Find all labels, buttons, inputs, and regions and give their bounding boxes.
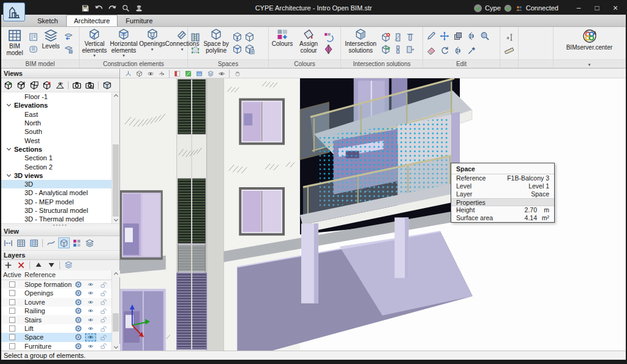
maximize-button[interactable]: □ (588, 1, 606, 15)
mirror-move-button[interactable] (453, 45, 464, 56)
layer-config-icon[interactable] (75, 289, 82, 297)
layer-row-furniture[interactable]: Furniture (1, 342, 119, 351)
colours-button[interactable]: Colours (271, 28, 294, 59)
active-checkbox[interactable] (9, 325, 15, 332)
window-left-interior[interactable] (120, 190, 163, 260)
section-blue-toggle[interactable] (195, 70, 204, 78)
add-view-button[interactable] (2, 80, 14, 91)
layer-row-stairs[interactable]: Stairs (1, 315, 119, 324)
move-button[interactable] (440, 31, 450, 41)
active-checkbox[interactable] (9, 308, 15, 314)
update-status-icon[interactable] (504, 4, 512, 12)
orbit-button[interactable] (146, 70, 155, 78)
layer-visible-toggle[interactable] (85, 289, 96, 297)
view-item-south[interactable]: South (1, 127, 119, 136)
save-button[interactable] (80, 2, 91, 13)
view-item-3d[interactable]: 3D (1, 180, 119, 188)
view-item-west[interactable]: West (1, 136, 119, 144)
bim-model-button[interactable]: BIM model (3, 28, 26, 59)
scrollbar-thumb[interactable] (113, 313, 119, 332)
colour-mode-button[interactable] (71, 237, 83, 248)
layer-visible-toggle[interactable] (85, 325, 96, 333)
sync-status-icon[interactable] (474, 4, 482, 12)
mirror-copy-button[interactable] (467, 31, 477, 41)
recalculate-intersection-button[interactable] (380, 44, 391, 54)
view-item-3d-thermal[interactable]: 3D - Thermal model (1, 215, 119, 223)
active-checkbox[interactable] (9, 343, 15, 349)
tab-sketch[interactable]: Sketch (29, 15, 66, 26)
edit-view-button[interactable] (15, 80, 27, 91)
window-mid-lower[interactable] (239, 187, 285, 236)
layer-visible-toggle[interactable] (85, 298, 96, 306)
layer-config-icon[interactable] (75, 316, 82, 324)
tab-architecture[interactable]: Architecture (66, 15, 118, 26)
edit-pencil-button[interactable] (426, 31, 437, 41)
rotate-button[interactable] (440, 45, 450, 56)
table-view-button[interactable] (15, 237, 27, 248)
scroll-down-button[interactable] (112, 217, 119, 223)
export-levels-button[interactable] (63, 44, 73, 54)
layer-row-openings[interactable]: Openings (1, 289, 119, 297)
rename-text-button[interactable]: a (504, 32, 514, 43)
space-raise-button[interactable] (232, 44, 242, 54)
layer-lock-icon[interactable] (100, 308, 107, 314)
door-bottom-left[interactable] (120, 289, 166, 351)
print-button[interactable] (133, 2, 145, 13)
layer-lock-icon[interactable] (100, 325, 107, 332)
vertical-elements-button[interactable]: Vertical elements▾ (81, 28, 108, 59)
redo-button[interactable] (107, 2, 118, 13)
copy-colours-button[interactable] (323, 32, 334, 42)
layers-scrollbar[interactable] (111, 270, 119, 351)
layers-mode-button[interactable] (84, 237, 96, 248)
layer-stack-button[interactable] (206, 70, 215, 78)
tab-furniture[interactable]: Furniture (118, 15, 160, 26)
viewport-canvas[interactable]: Space ReferenceF1B-Balcony 3 LevelLevel … (120, 78, 626, 351)
views-tree-scrollbar[interactable] (111, 92, 119, 223)
move-layer-down-button[interactable] (45, 259, 57, 270)
solid-mode-button[interactable] (58, 237, 70, 248)
view-item-3d-mep[interactable]: 3D - MEP model (1, 198, 119, 206)
active-checkbox[interactable] (9, 281, 15, 288)
view-item-section-2[interactable]: Section 2 (1, 162, 119, 171)
edit-search-button[interactable] (480, 31, 490, 41)
layer-visible-toggle[interactable] (85, 316, 96, 324)
scroll-up-button[interactable] (112, 270, 120, 277)
import-levels-button[interactable] (63, 32, 73, 42)
extend-top-button[interactable] (405, 32, 415, 42)
assign-colour-button[interactable]: Assign colour (296, 28, 321, 59)
layer-row-lift[interactable]: Lift (1, 324, 119, 333)
layer-lock-icon[interactable] (100, 299, 107, 305)
space-grid-button[interactable] (244, 44, 255, 54)
space-lower-button[interactable] (232, 32, 242, 42)
layer-visible-toggle[interactable] (85, 342, 96, 350)
split-element-button[interactable] (392, 32, 403, 42)
delete-view-button[interactable] (41, 80, 53, 91)
view-item-3d-analytical[interactable]: 3D - Analytical model (1, 188, 119, 197)
section-red-toggle[interactable] (173, 70, 182, 78)
close-button[interactable]: × (606, 1, 625, 15)
scroll-up-button[interactable] (112, 92, 119, 99)
louvre-panels[interactable] (177, 80, 207, 349)
layer-row-slope-formation[interactable]: Slope formation (1, 280, 119, 289)
layer-lock-icon[interactable] (100, 343, 107, 349)
match-properties-button[interactable] (467, 45, 477, 56)
colour-gradient-button[interactable] (323, 44, 334, 54)
space-partition-button[interactable] (190, 32, 200, 42)
view-item-east[interactable]: East (1, 110, 119, 119)
horizontal-elements-button[interactable]: Horizontal elements▾ (110, 28, 138, 59)
add-layer-button[interactable] (2, 259, 14, 270)
view-group-sections[interactable]: Sections (1, 145, 119, 154)
view-group-elevations[interactable]: Elevations (1, 101, 119, 110)
snapshot-manager-button[interactable] (84, 80, 96, 91)
view-item-3d-structural[interactable]: 3D - Structural model (1, 206, 119, 215)
layer-config-icon[interactable] (75, 333, 82, 341)
space-edit-button[interactable] (244, 32, 255, 42)
app-logo-icon[interactable] (3, 2, 25, 21)
erase-button[interactable] (426, 45, 437, 56)
remove-intersection-button[interactable] (380, 32, 391, 42)
space-by-polyline-button[interactable]: Space by polyline (202, 28, 230, 59)
active-checkbox[interactable] (9, 317, 15, 323)
axes-toggle[interactable] (124, 70, 133, 78)
turntable-button[interactable] (157, 70, 166, 78)
measure-button[interactable] (504, 44, 514, 54)
